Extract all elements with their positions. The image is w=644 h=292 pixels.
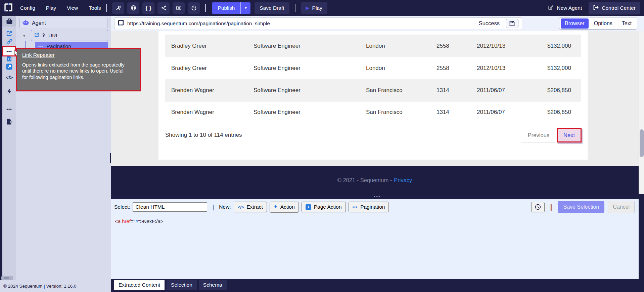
menu-view[interactable]: View [67, 5, 78, 11]
url-text[interactable]: https://training.sequentum.com/paginatio… [127, 20, 270, 27]
play-button[interactable]: ▶ Play [301, 2, 327, 14]
tab-extracted-content[interactable]: Extracted Content [114, 280, 165, 290]
page-action-icon [306, 204, 311, 210]
sequentum-logo-icon [4, 3, 13, 13]
left-edge-border [0, 16, 2, 280]
menu-group: Config Play View Tools [20, 5, 101, 11]
mouse-cursor [14, 50, 19, 57]
tools-icon[interactable] [112, 2, 124, 14]
status-badge: Success [479, 20, 500, 27]
tab-browser[interactable]: Browser [561, 18, 589, 29]
tab-schema[interactable]: Schema [199, 280, 227, 290]
tab-text[interactable]: Text [618, 18, 636, 29]
panel-splitter[interactable]: •••• [111, 194, 644, 199]
address-bar[interactable]: https://training.sequentum.com/paginatio… [114, 17, 522, 29]
topbar-right: New Agent Control Center [548, 2, 640, 14]
separator: | [550, 203, 552, 211]
new-pagination-button[interactable]: ••• Pagination [349, 202, 389, 212]
menu-tools[interactable]: Tools [89, 5, 101, 11]
select-label: Select: [114, 204, 130, 210]
webpage-footer: © 2021 - Sequentum - Privacy [111, 166, 639, 194]
table-row: Brenden Wagner Software Engineer San Fra… [165, 79, 581, 101]
separator [295, 4, 295, 12]
publish-dropdown-button[interactable]: ▼ [240, 2, 250, 14]
save-selection-button[interactable]: Save Selection [558, 201, 604, 213]
next-button-highlighted[interactable]: Next [557, 128, 582, 142]
sequentum-page-icon [118, 19, 124, 27]
pagination-controls: Previous Next [521, 128, 582, 143]
arrow-up-right-icon[interactable] [2, 61, 16, 72]
workflow-icon[interactable] [157, 2, 170, 14]
toolbar-icons: { } [112, 2, 200, 14]
globe-icon[interactable] [127, 2, 139, 14]
play-icon: ▶ [306, 5, 309, 10]
browser-address-row: https://training.sequentum.com/paginatio… [111, 16, 644, 31]
employee-table: Bradley Greer Software Engineer London 2… [165, 35, 581, 123]
cancel-button[interactable]: Cancel [608, 201, 635, 213]
menu-play[interactable]: Play [46, 5, 56, 11]
exit-icon [593, 5, 599, 11]
new-label: New: [219, 204, 231, 210]
app-copyright-text: © 2024 Sequentum | Version: 1.16.0 [3, 284, 77, 289]
lightning-icon[interactable] [2, 86, 16, 96]
view-mode-tabs: Browser Options Text [559, 17, 637, 30]
tooltip-title: Link Repeater [22, 52, 135, 58]
save-page-icon[interactable] [506, 19, 518, 28]
code-icon: </> [238, 205, 244, 210]
separator [205, 4, 206, 12]
selection-panel: Select: | New: </> Extract Action Page A… [111, 199, 639, 279]
code-icon[interactable]: </> [2, 72, 16, 82]
menu-config[interactable]: Config [20, 5, 35, 11]
lightning-icon [42, 32, 46, 39]
separator: | [212, 203, 214, 211]
robot-icon [22, 19, 29, 27]
publish-button[interactable]: Publish [212, 2, 240, 14]
app-version-bar: © 2024 Sequentum | Version: 1.16.0 [0, 280, 111, 292]
vertical-scrollbar[interactable] [639, 31, 644, 194]
save-draft-button[interactable]: Save Draft [255, 2, 289, 14]
lightning-icon [274, 204, 278, 210]
tooltip-body: Opens links extracted from the page repe… [22, 62, 125, 80]
file-export-icon[interactable] [2, 117, 16, 127]
ellipsis-icon: ••• [6, 49, 12, 54]
link-repeater-tooltip: Link Repeater Opens links extracted from… [16, 48, 141, 91]
tree-collapse-caret[interactable]: ▼ [22, 34, 26, 38]
new-action-button[interactable]: Action [270, 202, 299, 213]
webpage-content-card: Bradley Greer Software Engineer London 2… [158, 31, 588, 160]
tab-selection[interactable]: Selection [167, 280, 197, 290]
ellipsis-icon[interactable]: ••• [2, 104, 16, 114]
publish-button-group: Publish ▼ [212, 2, 250, 14]
new-agent-button[interactable]: New Agent [548, 4, 582, 11]
agent-root-node[interactable]: Agent [19, 18, 107, 28]
table-row: Bradley Greer Software Engineer London 2… [165, 57, 581, 79]
new-page-action-button[interactable]: Page Action [302, 202, 346, 212]
browser-viewport: Bradley Greer Software Engineer London 2… [111, 31, 644, 194]
previous-button[interactable]: Previous [521, 128, 556, 143]
selection-controls: Select: | New: </> Extract Action Page A… [114, 202, 635, 212]
control-center-button[interactable]: Control Center [589, 2, 640, 14]
power-icon[interactable] [188, 2, 200, 14]
scrollbar-thumb[interactable] [640, 129, 644, 157]
table-row: Brenden Wagner Software Engineer San Fra… [165, 101, 581, 123]
new-extract-button[interactable]: </> Extract [234, 202, 267, 212]
briefcase-icon[interactable] [2, 16, 16, 27]
sequentum-app: Config Play View Tools { } [0, 0, 644, 292]
top-menubar: Config Play View Tools { } [0, 0, 644, 16]
history-clock-icon[interactable] [531, 202, 545, 212]
ellipsis-icon: ••• [353, 205, 358, 209]
privacy-link[interactable]: Privacy [394, 177, 412, 183]
external-link-icon [34, 32, 39, 39]
table-info-text: Showing 1 to 10 of 114 entries [165, 132, 242, 138]
footer-copyright: © 2021 - Sequentum - [337, 177, 392, 183]
braces-icon[interactable]: { } [142, 2, 154, 14]
separator [106, 4, 107, 12]
sidebar-horizontal-scrollbar[interactable] [1, 276, 13, 280]
select-input[interactable] [133, 202, 207, 212]
tree-node-url[interactable]: URL [31, 30, 108, 41]
edit-icon [548, 4, 554, 11]
folder-run-icon[interactable] [173, 2, 185, 14]
table-row: Bradley Greer Software Engineer London 2… [165, 35, 581, 57]
tab-options[interactable]: Options [590, 18, 616, 29]
bottom-tab-bar: Extracted Content Selection Schema [111, 279, 644, 292]
selected-html-snippet: <a href="#">Next</a> [115, 218, 164, 224]
